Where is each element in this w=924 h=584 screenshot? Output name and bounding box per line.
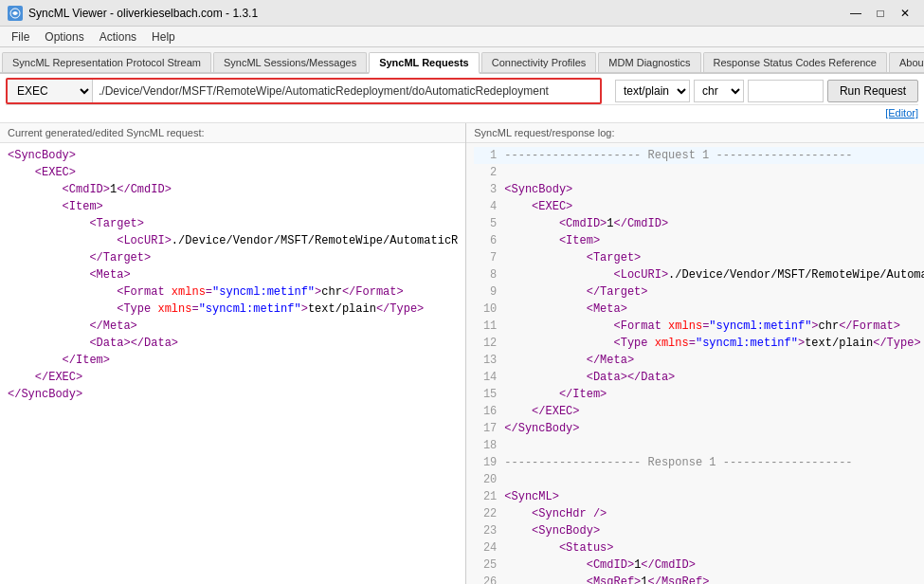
menu-bar: File Options Actions Help: [0, 27, 924, 47]
log-line: 19 -------------------- Response 1 -----…: [474, 454, 924, 471]
close-button[interactable]: ✕: [894, 4, 916, 23]
log-line: 10 <Meta>: [474, 301, 924, 318]
title-text: SyncML Viewer - oliverkieselbach.com - 1…: [28, 7, 258, 20]
app-icon: [8, 6, 23, 21]
log-line: 14 <Data></Data>: [474, 369, 924, 386]
left-panel: Current generated/edited SyncML request:…: [0, 123, 466, 584]
log-line: 13 </Meta>: [474, 352, 924, 369]
tab-about[interactable]: About: [889, 52, 924, 72]
log-line: 5 <CmdID>1</CmdID>: [474, 215, 924, 232]
code-line: <CmdID>1</CmdID>: [8, 181, 458, 198]
toolbar-wrapper: EXEC GET SET ADD DELETE REPLACE ./Device…: [0, 74, 924, 123]
log-line: 8 <LocURI>./Device/Vendor/MSFT/RemoteWip…: [474, 266, 924, 283]
code-line: </Item>: [8, 352, 458, 369]
syncml-request-editor[interactable]: <SyncBody> <EXEC> <CmdID>1</CmdID> <Item…: [0, 143, 465, 584]
tab-requests[interactable]: SyncML Requests: [369, 52, 480, 74]
menu-help[interactable]: Help: [144, 28, 183, 46]
editor-link[interactable]: [Editor]: [885, 107, 918, 119]
exec-method-select[interactable]: EXEC GET SET ADD DELETE REPLACE: [8, 80, 93, 102]
code-line: </Target>: [8, 249, 458, 266]
code-line: </EXEC>: [8, 369, 458, 386]
log-line: 18: [474, 437, 924, 454]
tab-sessions[interactable]: SyncML Sessions/Messages: [213, 52, 367, 72]
log-line: 20: [474, 471, 924, 488]
right-panel: SyncML request/response log: 1 ---------…: [466, 123, 924, 584]
type-select[interactable]: chr int bool bin: [694, 80, 744, 102]
log-line: 24 <Status>: [474, 539, 924, 557]
main-content: Current generated/edited SyncML request:…: [0, 123, 924, 584]
tab-response[interactable]: Response Status Codes Reference: [703, 52, 887, 72]
tab-connectivity[interactable]: Connectivity Profiles: [481, 52, 597, 72]
log-line: 26 <MsgRef>1</MsgRef>: [474, 574, 924, 584]
log-line: 3 <SyncBody>: [474, 181, 924, 198]
code-line: <SyncBody>: [8, 147, 458, 164]
log-line: 25 <CmdID>1</CmdID>: [474, 557, 924, 574]
log-line: 12 <Type xmlns="syncml:metinf">text/plai…: [474, 335, 924, 352]
log-line: 16 </EXEC>: [474, 403, 924, 420]
format-area: text/plain int bool node xml chr int boo…: [615, 80, 918, 102]
right-panel-header: SyncML request/response log:: [466, 123, 924, 143]
log-line: 11 <Format xmlns="syncml:metinf">chr</Fo…: [474, 318, 924, 335]
minimize-button[interactable]: —: [844, 4, 867, 23]
log-line: 17 </SyncBody>: [474, 420, 924, 437]
toolbar: EXEC GET SET ADD DELETE REPLACE ./Device…: [6, 78, 918, 105]
exec-area: EXEC GET SET ADD DELETE REPLACE ./Device…: [6, 78, 602, 104]
run-request-button[interactable]: Run Request: [827, 80, 918, 102]
code-line: </SyncBody>: [8, 386, 458, 403]
maximize-button[interactable]: □: [869, 4, 892, 23]
code-line: <Type xmlns="syncml:metinf">text/plain</…: [8, 301, 458, 318]
log-line: 4 <EXEC>: [474, 198, 924, 215]
code-line: <Item>: [8, 198, 458, 215]
syncml-log-viewer[interactable]: 1 -------------------- Request 1 -------…: [466, 143, 924, 584]
log-line: 7 <Target>: [474, 249, 924, 266]
code-line: <EXEC>: [8, 164, 458, 181]
code-line: </Meta>: [8, 318, 458, 335]
code-line: <LocURI>./Device/Vendor/MSFT/RemoteWipe/…: [8, 232, 458, 249]
menu-file[interactable]: File: [4, 28, 37, 46]
log-line: 15 </Item>: [474, 386, 924, 403]
log-line: 22 <SyncHdr />: [474, 505, 924, 522]
tab-bar: SyncML Representation Protocol Stream Sy…: [0, 47, 924, 74]
code-line: <Format xmlns="syncml:metinf">chr</Forma…: [8, 283, 458, 301]
left-panel-header: Current generated/edited SyncML request:: [0, 123, 465, 143]
menu-actions[interactable]: Actions: [92, 28, 144, 46]
code-line: <Data></Data>: [8, 335, 458, 352]
title-bar: SyncML Viewer - oliverkieselbach.com - 1…: [0, 0, 924, 27]
log-line: 23 <SyncBody>: [474, 522, 924, 539]
log-line: 21 <SyncML>: [474, 488, 924, 505]
menu-options[interactable]: Options: [37, 28, 91, 46]
log-line: 9 </Target>: [474, 283, 924, 301]
uri-input[interactable]: ./Device/Vendor/MSFT/RemoteWipe/Automati…: [93, 80, 600, 102]
tab-mdm[interactable]: MDM Diagnostics: [598, 52, 700, 72]
tab-representation[interactable]: SyncML Representation Protocol Stream: [2, 52, 211, 72]
code-line: <Target>: [8, 215, 458, 232]
format-select[interactable]: text/plain int bool node xml: [615, 80, 690, 102]
log-line: 6 <Item>: [474, 232, 924, 249]
value-input[interactable]: [748, 80, 824, 102]
log-line: 2: [474, 164, 924, 181]
code-line: <Meta>: [8, 266, 458, 283]
log-line: 1 -------------------- Request 1 -------…: [474, 147, 924, 164]
